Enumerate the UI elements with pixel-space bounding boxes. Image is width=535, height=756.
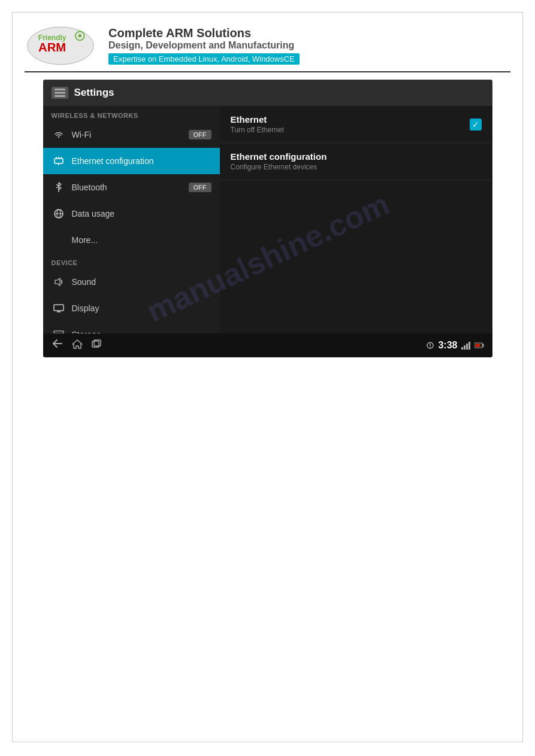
android-screen: Settings WIRELESS & NETWORKS bbox=[43, 80, 492, 357]
ethernet-toggle-subtitle: Turn off Ethernet bbox=[231, 126, 284, 134]
svg-rect-21 bbox=[54, 331, 64, 333]
content-item-ethernet-config[interactable]: Ethernet configuration Configure Etherne… bbox=[220, 143, 492, 180]
settings-titlebar-icon bbox=[52, 87, 68, 99]
bluetooth-icon bbox=[52, 180, 66, 195]
content-item-ethernet-toggle[interactable]: Ethernet Turn off Ethernet ✓ bbox=[220, 106, 492, 143]
svg-rect-38 bbox=[468, 342, 470, 350]
data-usage-label: Data usage bbox=[72, 209, 211, 218]
svg-rect-5 bbox=[55, 89, 65, 90]
battery-status-icon bbox=[474, 342, 484, 349]
sound-icon bbox=[52, 275, 66, 289]
sidebar-item-storage[interactable]: Storage bbox=[43, 321, 220, 333]
display-icon bbox=[52, 301, 66, 315]
logo-container: ARM Friendly bbox=[25, 25, 96, 66]
wifi-toggle[interactable]: OFF bbox=[189, 130, 211, 139]
back-button[interactable] bbox=[52, 339, 64, 353]
ethernet-icon bbox=[52, 154, 66, 168]
header-subtitle: Design, Development and Manufacturing bbox=[108, 40, 300, 51]
sidebar-item-wifi[interactable]: Wi-Fi OFF bbox=[43, 122, 220, 148]
wifi-icon bbox=[52, 127, 66, 142]
svg-rect-43 bbox=[475, 344, 480, 347]
svg-marker-17 bbox=[55, 278, 60, 286]
storage-icon bbox=[52, 327, 66, 333]
more-label: More... bbox=[72, 235, 211, 245]
page-container: ARM Friendly Complete ARM Solutions Desi… bbox=[12, 12, 523, 742]
settings-title: Settings bbox=[74, 87, 114, 99]
settings-sidebar: WIRELESS & NETWORKS Wi-Fi OFF bbox=[43, 106, 220, 333]
display-label: Display bbox=[72, 303, 211, 313]
ethernet-config-title: Ethernet configuration bbox=[231, 151, 327, 162]
ethernet-checkbox[interactable]: ✓ bbox=[470, 119, 482, 130]
ethernet-config-text: Ethernet configuration Configure Etherne… bbox=[231, 151, 327, 171]
sidebar-item-ethernet[interactable]: Ethernet configuration bbox=[43, 148, 220, 174]
status-bar: 3:38 bbox=[43, 333, 492, 357]
svg-rect-7 bbox=[55, 95, 65, 97]
ethernet-label: Ethernet configuration bbox=[72, 156, 211, 166]
svg-rect-36 bbox=[464, 345, 466, 350]
header-title: Complete ARM Solutions bbox=[108, 26, 300, 40]
bluetooth-label: Bluetooth bbox=[72, 183, 189, 192]
svg-text:Friendly: Friendly bbox=[38, 34, 67, 42]
svg-point-4 bbox=[78, 34, 82, 38]
ethernet-config-subtitle: Configure Ethernet devices bbox=[231, 163, 327, 171]
svg-rect-18 bbox=[54, 305, 64, 311]
status-bar-right: 3:38 bbox=[426, 340, 483, 351]
settings-main: Ethernet Turn off Ethernet ✓ Ethernet co… bbox=[220, 106, 492, 333]
section-device-header: DEVICE bbox=[43, 253, 220, 269]
svg-text:ARM: ARM bbox=[38, 41, 66, 54]
sidebar-item-more[interactable]: More... bbox=[43, 227, 220, 253]
settings-content: WIRELESS & NETWORKS Wi-Fi OFF bbox=[43, 106, 492, 333]
header-text: Complete ARM Solutions Design, Developme… bbox=[108, 26, 300, 65]
svg-marker-29 bbox=[72, 340, 82, 348]
ethernet-toggle-text: Ethernet Turn off Ethernet bbox=[231, 114, 284, 134]
home-button[interactable] bbox=[72, 339, 83, 353]
header: ARM Friendly Complete ARM Solutions Desi… bbox=[25, 25, 510, 72]
storage-label: Storage bbox=[72, 330, 211, 333]
settings-titlebar: Settings bbox=[43, 80, 492, 106]
data-usage-icon bbox=[52, 207, 66, 221]
signal-icon bbox=[461, 341, 471, 350]
svg-rect-37 bbox=[466, 344, 468, 350]
recents-button[interactable] bbox=[91, 339, 102, 353]
bluetooth-toggle[interactable]: OFF bbox=[189, 183, 211, 192]
wifi-label: Wi-Fi bbox=[72, 130, 189, 139]
status-bar-left bbox=[52, 339, 102, 353]
svg-point-34 bbox=[430, 347, 431, 348]
ethernet-toggle-title: Ethernet bbox=[231, 114, 284, 125]
section-wireless-header: WIRELESS & NETWORKS bbox=[43, 106, 220, 122]
header-tagline: Expertise on Embedded Linux, Android, Wi… bbox=[108, 53, 300, 65]
sidebar-item-data-usage[interactable]: Data usage bbox=[43, 201, 220, 227]
svg-rect-8 bbox=[55, 159, 63, 163]
more-icon bbox=[52, 233, 66, 247]
sidebar-item-display[interactable]: Display bbox=[43, 295, 220, 321]
sidebar-item-bluetooth[interactable]: Bluetooth OFF bbox=[43, 174, 220, 201]
logo-image: ARM Friendly bbox=[25, 25, 96, 66]
svg-rect-35 bbox=[461, 347, 463, 350]
status-time: 3:38 bbox=[438, 340, 457, 351]
svg-rect-6 bbox=[55, 92, 65, 94]
notification-icon bbox=[426, 341, 434, 350]
sidebar-item-sound[interactable]: Sound bbox=[43, 269, 220, 295]
sound-label: Sound bbox=[72, 277, 211, 287]
